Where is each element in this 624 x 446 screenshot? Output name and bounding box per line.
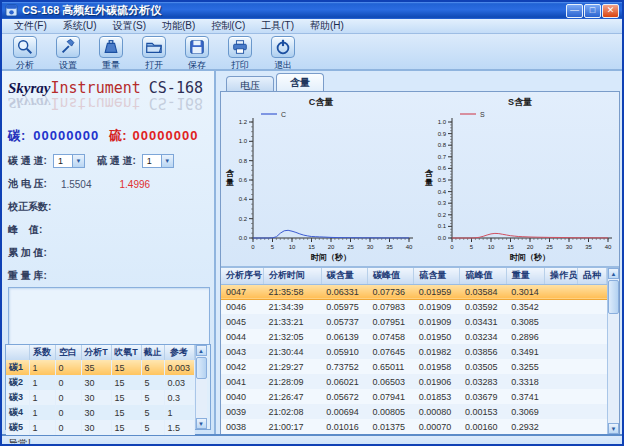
scroll-track[interactable]	[608, 279, 619, 423]
close-button[interactable]: ✕	[602, 4, 619, 18]
scroll-up-icon[interactable]: ▲	[196, 345, 207, 356]
table-cell: 0.06139	[321, 329, 367, 344]
analyze-button[interactable]: 分析	[8, 36, 42, 72]
table-cell: 21:33:21	[263, 314, 321, 329]
column-header: 碳峰值	[367, 268, 413, 284]
tab-电压[interactable]: 电压	[226, 76, 274, 91]
svg-text:时间（秒）: 时间（秒）	[510, 253, 550, 262]
svg-text:0.6: 0.6	[238, 177, 247, 183]
table-row[interactable]: 碳510301551.5	[6, 420, 194, 435]
svg-text:0.2: 0.2	[437, 212, 446, 218]
scroll-track[interactable]	[196, 356, 207, 418]
svg-text:0.5: 0.5	[437, 177, 446, 183]
chevron-down-icon[interactable]: ▼	[72, 155, 84, 167]
table-cell: 0.01016	[321, 419, 367, 434]
chevron-down-icon[interactable]: ▼	[161, 155, 173, 167]
table-row[interactable]: 004621:34:390.059750.079830.019090.03592…	[221, 299, 607, 314]
menu-item[interactable]: 设置(S)	[105, 19, 154, 33]
exit-button[interactable]: 退出	[266, 36, 300, 72]
svg-text:0.9: 0.9	[437, 131, 446, 137]
table-row[interactable]: 004721:35:580.063310.077360.019590.03584…	[221, 284, 607, 299]
menu-item[interactable]: 系统(U)	[55, 19, 105, 33]
table-cell: 0.03431	[460, 314, 506, 329]
accumulate-label: 累 加 值:	[8, 246, 47, 260]
cell-voltage-carbon: 1.5504	[61, 179, 92, 190]
table-row[interactable]: 004121:28:090.060210.065030.019060.03283…	[221, 374, 607, 389]
table-row[interactable]: 004221:29:270.737520.650110.019580.03505…	[221, 359, 607, 374]
sulfur-channel-select[interactable]: 1 ▼	[142, 154, 174, 168]
content-panel: C含量C0.00.20.40.60.81.01.2051015202530354…	[220, 91, 620, 434]
table-row[interactable]: 004321:30:440.059100.076450.019820.03856…	[221, 344, 607, 359]
table-cell: 0.01982	[414, 344, 460, 359]
table-cell: 0.01909	[414, 299, 460, 314]
weight-button[interactable]: 重量	[94, 36, 128, 72]
table-cell: 15	[111, 375, 141, 390]
menu-item[interactable]: 工具(T)	[253, 19, 302, 33]
table-cell: 0.01906	[414, 374, 460, 389]
table-cell	[545, 359, 578, 374]
table-cell	[545, 344, 578, 359]
svg-text:S含量: S含量	[507, 97, 531, 107]
save-button[interactable]: 保存	[180, 36, 214, 72]
scroll-thumb[interactable]	[608, 280, 619, 314]
menu-item[interactable]: 功能(B)	[154, 19, 203, 33]
table-cell: 0038	[221, 419, 263, 434]
table-cell: 5	[141, 390, 164, 405]
svg-text:0.7: 0.7	[437, 154, 446, 160]
settings-button[interactable]: 设置	[51, 36, 85, 72]
maximize-button[interactable]: □	[584, 4, 601, 18]
column-header: 硫峰值	[460, 268, 506, 284]
svg-text:20: 20	[327, 244, 334, 250]
table-cell: 6	[141, 360, 164, 375]
results-scrollbar[interactable]: ▲ ▼	[607, 268, 619, 434]
scroll-down-icon[interactable]: ▼	[608, 423, 619, 434]
scroll-thumb[interactable]	[196, 357, 207, 379]
cell-voltage-label: 池 电 压:	[8, 177, 47, 191]
table-cell: 0045	[221, 314, 263, 329]
svg-text:40: 40	[405, 244, 412, 250]
table-cell: 0.05910	[321, 344, 367, 359]
table-cell: 15	[111, 420, 141, 435]
table-cell: 0.07983	[367, 299, 413, 314]
open-button[interactable]: 打开	[137, 36, 171, 72]
table-row[interactable]: 003921:02:080.006940.008050.000800.00153…	[221, 404, 607, 419]
svg-text:0.4: 0.4	[238, 196, 247, 202]
table-cell: 35	[81, 360, 111, 375]
results-header-row: 分析序号分析时间碳含量碳峰值硫含量硫峰值重量操作员品种	[221, 268, 607, 284]
table-row[interactable]: 碳110351560.003	[6, 360, 194, 375]
scroll-up-icon[interactable]: ▲	[608, 268, 619, 279]
table-row[interactable]: 碳210301550.03	[6, 375, 194, 390]
scroll-down-icon[interactable]: ▼	[196, 418, 207, 429]
menu-item[interactable]: 控制(C)	[203, 19, 253, 33]
cs-readout: 碳: 00000000 硫: 00000000	[8, 127, 210, 145]
table-row[interactable]: 004021:26:470.056720.079410.018530.03679…	[221, 389, 607, 404]
table-cell: 0.3085	[506, 314, 545, 329]
table-cell	[578, 419, 607, 434]
column-header: 截止	[141, 345, 164, 360]
table-cell: 5	[141, 375, 164, 390]
svg-text:0.4: 0.4	[437, 189, 446, 195]
minimize-button[interactable]: —	[566, 4, 583, 18]
carbon-channel-select[interactable]: 1 ▼	[53, 154, 85, 168]
weight-library-listbox[interactable]	[8, 287, 210, 349]
svg-text:0.1: 0.1	[437, 223, 446, 229]
svg-text:1.0: 1.0	[238, 138, 247, 144]
table-row[interactable]: 004421:32:050.061390.074580.019500.03234…	[221, 329, 607, 344]
floppy-icon	[188, 38, 206, 56]
menu-item[interactable]: 帮助(H)	[302, 19, 352, 33]
table-row[interactable]: 004521:33:210.057370.079510.019090.03431…	[221, 314, 607, 329]
table-cell	[578, 389, 607, 404]
table-row[interactable]: 碳410301551	[6, 405, 194, 420]
print-button[interactable]: 打印	[223, 36, 257, 72]
settings-scrollbar[interactable]: ▲ ▼	[195, 345, 207, 429]
table-cell: 0.00153	[460, 404, 506, 419]
tab-含量[interactable]: 含量	[276, 73, 324, 91]
open-folder-icon	[145, 38, 163, 56]
table-row[interactable]: 003821:00:170.010160.013750.000700.00160…	[221, 419, 607, 434]
table-cell: 0.03283	[460, 374, 506, 389]
carbon-channel-label: 碳 通 道:	[8, 154, 47, 168]
table-cell: 碳4	[6, 405, 29, 420]
menu-item[interactable]: 文件(F)	[6, 19, 55, 33]
table-row[interactable]: 碳310301550.3	[6, 390, 194, 405]
table-cell: 0.03	[164, 375, 194, 390]
